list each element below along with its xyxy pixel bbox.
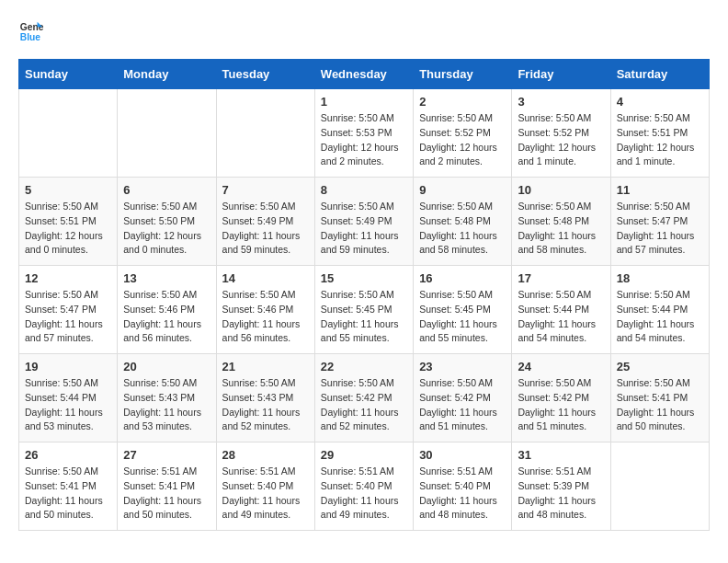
calendar-week-row: 5Sunrise: 5:50 AM Sunset: 5:51 PM Daylig… xyxy=(19,178,710,266)
day-info: Sunrise: 5:50 AM Sunset: 5:41 PM Dayligh… xyxy=(25,465,111,523)
day-number: 24 xyxy=(518,360,604,373)
day-info: Sunrise: 5:50 AM Sunset: 5:42 PM Dayligh… xyxy=(419,376,506,434)
calendar-day-cell: 27Sunrise: 5:51 AM Sunset: 5:41 PM Dayli… xyxy=(118,442,216,531)
day-info: Sunrise: 5:50 AM Sunset: 5:45 PM Dayligh… xyxy=(419,288,506,346)
day-info: Sunrise: 5:50 AM Sunset: 5:48 PM Dayligh… xyxy=(419,200,506,258)
day-info: Sunrise: 5:50 AM Sunset: 5:48 PM Dayligh… xyxy=(518,200,604,258)
calendar-day-cell: 15Sunrise: 5:50 AM Sunset: 5:45 PM Dayli… xyxy=(314,266,413,354)
weekday-header-cell: Saturday xyxy=(610,60,709,89)
day-number: 13 xyxy=(123,271,210,285)
day-info: Sunrise: 5:50 AM Sunset: 5:52 PM Dayligh… xyxy=(518,111,604,169)
calendar-day-cell: 17Sunrise: 5:50 AM Sunset: 5:44 PM Dayli… xyxy=(512,266,610,354)
calendar-day-cell: 29Sunrise: 5:51 AM Sunset: 5:40 PM Dayli… xyxy=(314,442,413,531)
calendar-day-cell: 6Sunrise: 5:50 AM Sunset: 5:50 PM Daylig… xyxy=(118,178,216,266)
day-number: 8 xyxy=(321,183,407,197)
calendar-day-cell: 24Sunrise: 5:50 AM Sunset: 5:42 PM Dayli… xyxy=(512,354,610,442)
day-number: 23 xyxy=(419,360,506,373)
calendar-day-cell: 22Sunrise: 5:50 AM Sunset: 5:42 PM Dayli… xyxy=(314,354,413,442)
weekday-header-cell: Thursday xyxy=(414,60,512,89)
calendar-day-cell: 16Sunrise: 5:50 AM Sunset: 5:45 PM Dayli… xyxy=(414,266,512,354)
calendar-day-cell: 28Sunrise: 5:51 AM Sunset: 5:40 PM Dayli… xyxy=(216,442,314,531)
weekday-header-cell: Wednesday xyxy=(314,60,413,89)
day-info: Sunrise: 5:50 AM Sunset: 5:51 PM Dayligh… xyxy=(617,111,703,169)
day-info: Sunrise: 5:50 AM Sunset: 5:42 PM Dayligh… xyxy=(518,376,604,434)
day-info: Sunrise: 5:50 AM Sunset: 5:43 PM Dayligh… xyxy=(222,376,309,434)
calendar-day-cell xyxy=(216,89,314,178)
day-number: 25 xyxy=(617,360,703,373)
day-number: 28 xyxy=(222,448,309,462)
day-number: 30 xyxy=(419,448,506,462)
calendar-day-cell: 3Sunrise: 5:50 AM Sunset: 5:52 PM Daylig… xyxy=(512,89,610,178)
calendar-week-row: 26Sunrise: 5:50 AM Sunset: 5:41 PM Dayli… xyxy=(19,442,710,531)
day-info: Sunrise: 5:50 AM Sunset: 5:46 PM Dayligh… xyxy=(222,288,309,346)
day-number: 4 xyxy=(617,95,703,109)
day-number: 2 xyxy=(419,95,506,109)
calendar-day-cell: 7Sunrise: 5:50 AM Sunset: 5:49 PM Daylig… xyxy=(216,178,314,266)
weekday-header-cell: Tuesday xyxy=(216,60,314,89)
calendar-week-row: 1Sunrise: 5:50 AM Sunset: 5:53 PM Daylig… xyxy=(19,89,710,178)
page-header: General Blue xyxy=(18,18,710,44)
day-number: 6 xyxy=(123,183,210,197)
day-number: 31 xyxy=(518,448,604,462)
weekday-header-cell: Monday xyxy=(118,60,216,89)
calendar-day-cell: 11Sunrise: 5:50 AM Sunset: 5:47 PM Dayli… xyxy=(610,178,709,266)
svg-text:Blue: Blue xyxy=(20,32,41,42)
day-number: 29 xyxy=(321,448,407,462)
calendar-day-cell: 19Sunrise: 5:50 AM Sunset: 5:44 PM Dayli… xyxy=(19,354,118,442)
day-info: Sunrise: 5:50 AM Sunset: 5:47 PM Dayligh… xyxy=(25,288,111,346)
calendar-day-cell: 23Sunrise: 5:50 AM Sunset: 5:42 PM Dayli… xyxy=(414,354,512,442)
day-number: 27 xyxy=(123,448,210,462)
calendar-day-cell: 31Sunrise: 5:51 AM Sunset: 5:39 PM Dayli… xyxy=(512,442,610,531)
calendar-day-cell: 30Sunrise: 5:51 AM Sunset: 5:40 PM Dayli… xyxy=(414,442,512,531)
day-info: Sunrise: 5:50 AM Sunset: 5:45 PM Dayligh… xyxy=(321,288,407,346)
calendar-day-cell: 5Sunrise: 5:50 AM Sunset: 5:51 PM Daylig… xyxy=(19,178,118,266)
day-number: 17 xyxy=(518,271,604,285)
day-number: 21 xyxy=(222,360,309,373)
day-info: Sunrise: 5:50 AM Sunset: 5:46 PM Dayligh… xyxy=(123,288,210,346)
day-number: 26 xyxy=(25,448,111,462)
day-info: Sunrise: 5:50 AM Sunset: 5:49 PM Dayligh… xyxy=(321,200,407,258)
weekday-header-cell: Sunday xyxy=(19,60,118,89)
day-number: 14 xyxy=(222,271,309,285)
weekday-header-cell: Friday xyxy=(512,60,610,89)
calendar-day-cell: 8Sunrise: 5:50 AM Sunset: 5:49 PM Daylig… xyxy=(314,178,413,266)
day-info: Sunrise: 5:50 AM Sunset: 5:44 PM Dayligh… xyxy=(617,288,703,346)
day-info: Sunrise: 5:51 AM Sunset: 5:39 PM Dayligh… xyxy=(518,465,604,523)
calendar-day-cell: 26Sunrise: 5:50 AM Sunset: 5:41 PM Dayli… xyxy=(19,442,118,531)
logo-icon: General Blue xyxy=(18,18,44,44)
calendar-day-cell: 4Sunrise: 5:50 AM Sunset: 5:51 PM Daylig… xyxy=(610,89,709,178)
calendar-table: SundayMondayTuesdayWednesdayThursdayFrid… xyxy=(18,59,710,531)
day-number: 16 xyxy=(419,271,506,285)
day-number: 20 xyxy=(123,360,210,373)
calendar-day-cell: 13Sunrise: 5:50 AM Sunset: 5:46 PM Dayli… xyxy=(118,266,216,354)
calendar-day-cell: 10Sunrise: 5:50 AM Sunset: 5:48 PM Dayli… xyxy=(512,178,610,266)
calendar-day-cell: 14Sunrise: 5:50 AM Sunset: 5:46 PM Dayli… xyxy=(216,266,314,354)
calendar-week-row: 19Sunrise: 5:50 AM Sunset: 5:44 PM Dayli… xyxy=(19,354,710,442)
day-number: 10 xyxy=(518,183,604,197)
day-number: 19 xyxy=(25,360,111,373)
day-info: Sunrise: 5:50 AM Sunset: 5:50 PM Dayligh… xyxy=(123,200,210,258)
day-info: Sunrise: 5:50 AM Sunset: 5:53 PM Dayligh… xyxy=(321,111,407,169)
day-number: 12 xyxy=(25,271,111,285)
day-number: 1 xyxy=(321,95,407,109)
day-number: 9 xyxy=(419,183,506,197)
svg-text:General: General xyxy=(20,22,44,32)
calendar-day-cell: 21Sunrise: 5:50 AM Sunset: 5:43 PM Dayli… xyxy=(216,354,314,442)
calendar-day-cell: 25Sunrise: 5:50 AM Sunset: 5:41 PM Dayli… xyxy=(610,354,709,442)
calendar-day-cell: 9Sunrise: 5:50 AM Sunset: 5:48 PM Daylig… xyxy=(414,178,512,266)
day-info: Sunrise: 5:50 AM Sunset: 5:43 PM Dayligh… xyxy=(123,376,210,434)
day-info: Sunrise: 5:51 AM Sunset: 5:40 PM Dayligh… xyxy=(321,465,407,523)
calendar-day-cell xyxy=(19,89,118,178)
day-number: 22 xyxy=(321,360,407,373)
day-info: Sunrise: 5:51 AM Sunset: 5:40 PM Dayligh… xyxy=(419,465,506,523)
day-info: Sunrise: 5:50 AM Sunset: 5:51 PM Dayligh… xyxy=(25,200,111,258)
day-number: 15 xyxy=(321,271,407,285)
day-info: Sunrise: 5:50 AM Sunset: 5:49 PM Dayligh… xyxy=(222,200,309,258)
day-info: Sunrise: 5:50 AM Sunset: 5:44 PM Dayligh… xyxy=(518,288,604,346)
calendar-day-cell: 20Sunrise: 5:50 AM Sunset: 5:43 PM Dayli… xyxy=(118,354,216,442)
day-info: Sunrise: 5:50 AM Sunset: 5:47 PM Dayligh… xyxy=(617,200,703,258)
day-info: Sunrise: 5:51 AM Sunset: 5:41 PM Dayligh… xyxy=(123,465,210,523)
day-info: Sunrise: 5:51 AM Sunset: 5:40 PM Dayligh… xyxy=(222,465,309,523)
day-number: 7 xyxy=(222,183,309,197)
day-number: 5 xyxy=(25,183,111,197)
